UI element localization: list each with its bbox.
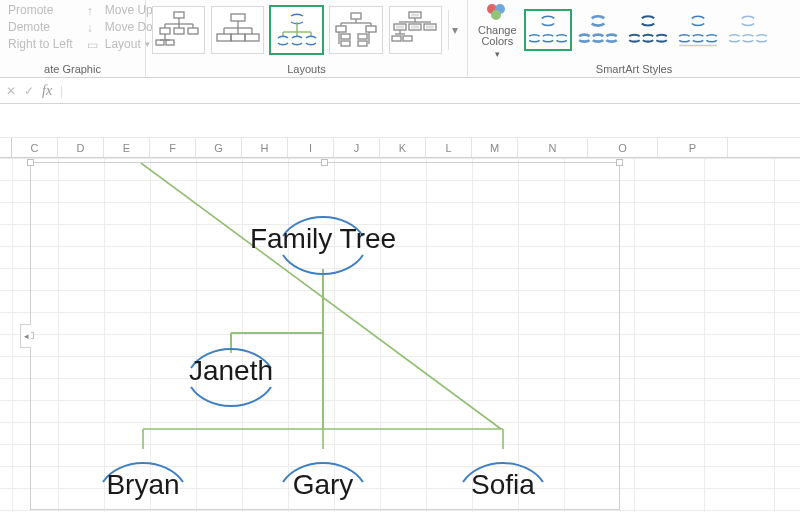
col-header[interactable]: I [288, 138, 334, 157]
formula-cancel-icon[interactable]: ✕ [6, 84, 16, 98]
node-arc-bottom [268, 245, 378, 300]
formula-input[interactable] [71, 78, 794, 103]
svg-rect-39 [358, 41, 367, 46]
layout-option-2[interactable] [211, 6, 264, 54]
col-header[interactable]: N [518, 138, 588, 157]
column-headers: C D E F G H I J K L M N O P [0, 138, 800, 158]
col-header[interactable]: O [588, 138, 658, 157]
svg-rect-35 [341, 34, 350, 39]
smartart-frame[interactable]: ◂ Family [30, 162, 620, 510]
svg-rect-53 [403, 36, 412, 41]
formula-enter-icon[interactable]: ✓ [24, 84, 34, 98]
spacer [0, 104, 800, 138]
demote-button[interactable]: Demote [6, 19, 75, 35]
fx-icon[interactable]: fx [42, 83, 52, 99]
svg-rect-52 [392, 36, 401, 41]
right-to-left-button[interactable]: Right to Left [6, 36, 75, 52]
col-header[interactable]: L [426, 138, 472, 157]
col-header[interactable]: P [658, 138, 728, 157]
col-header[interactable]: K [380, 138, 426, 157]
svg-rect-12 [166, 40, 174, 45]
svg-rect-8 [188, 28, 198, 34]
text-pane-toggle[interactable]: ◂ [20, 324, 31, 348]
svg-rect-32 [336, 26, 346, 32]
col-header[interactable]: C [12, 138, 58, 157]
layout-option-3-selected[interactable] [270, 6, 323, 54]
col-header[interactable]: H [242, 138, 288, 157]
node-leaf-3[interactable]: Sofia [471, 469, 535, 501]
formula-bar: ✕ ✓ fx | [0, 78, 800, 104]
change-colors-button[interactable]: Change Colors▾ [474, 0, 521, 61]
svg-rect-47 [411, 26, 419, 29]
node-arc-bottom [176, 377, 286, 432]
ribbon: Promote Demote Right to Left ↑Move Up ↓M… [0, 0, 800, 78]
col-header[interactable]: J [334, 138, 380, 157]
svg-rect-7 [174, 28, 184, 34]
ribbon-group-label-layouts: Layouts [152, 62, 461, 77]
style-option-3[interactable] [625, 10, 671, 50]
svg-rect-27 [351, 13, 361, 19]
ribbon-group-layouts: ▾ Layouts [146, 0, 468, 77]
col-header[interactable]: F [150, 138, 196, 157]
svg-rect-41 [411, 14, 419, 17]
ribbon-group-label-create-graphic: ate Graphic [6, 62, 139, 77]
style-option-4[interactable] [675, 10, 721, 50]
spreadsheet-area[interactable]: C D E F G H I J K L M N O P ◂ [0, 138, 800, 512]
svg-rect-38 [358, 34, 367, 39]
style-option-1-selected[interactable] [525, 10, 571, 50]
ribbon-group-label-styles: SmartArt Styles [474, 62, 794, 77]
layouts-more-button[interactable]: ▾ [448, 10, 461, 50]
svg-rect-11 [156, 40, 164, 45]
svg-rect-49 [426, 26, 434, 29]
col-header[interactable]: D [58, 138, 104, 157]
node-leaf-1[interactable]: Bryan [106, 469, 179, 501]
layout-option-5[interactable] [389, 6, 442, 54]
style-option-2[interactable] [575, 10, 621, 50]
col-header[interactable]: E [104, 138, 150, 157]
ribbon-group-smartart-styles: Change Colors▾ [468, 0, 800, 77]
layout-option-1[interactable] [152, 6, 205, 54]
col-header[interactable]: G [196, 138, 242, 157]
style-option-5[interactable] [725, 10, 771, 50]
col-header[interactable]: M [472, 138, 518, 157]
ribbon-group-create-graphic: Promote Demote Right to Left ↑Move Up ↓M… [0, 0, 146, 77]
svg-rect-20 [231, 34, 245, 41]
svg-rect-45 [396, 26, 404, 29]
svg-rect-36 [341, 41, 350, 46]
svg-rect-19 [217, 34, 231, 41]
svg-rect-13 [231, 14, 245, 21]
svg-rect-6 [160, 28, 170, 34]
node-leaf-2[interactable]: Gary [293, 469, 354, 501]
svg-rect-21 [245, 34, 259, 41]
layout-option-4[interactable] [329, 6, 382, 54]
svg-rect-0 [174, 12, 184, 18]
promote-button[interactable]: Promote [6, 2, 75, 18]
svg-point-56 [491, 10, 501, 20]
svg-rect-33 [366, 26, 376, 32]
